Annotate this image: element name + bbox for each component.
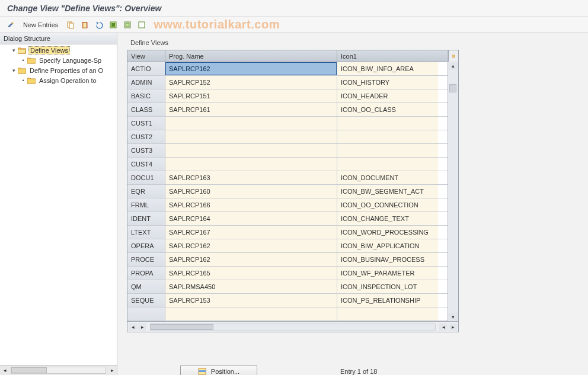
cell-icon1[interactable]: ICON_BIW_INFO_AREA: [337, 62, 438, 75]
cell-icon1[interactable]: ICON_BIW_APPLICATION: [337, 239, 438, 252]
cell-view[interactable]: CUST2: [127, 130, 165, 143]
cell-view[interactable]: CUST1: [127, 117, 165, 130]
scroll-left-icon[interactable]: ◂: [129, 323, 137, 331]
scroll-left-icon[interactable]: ◂: [439, 323, 448, 331]
tree-node-assign-operation[interactable]: • Assign Operation to: [0, 75, 117, 85]
cell-prog[interactable]: SAPLRCP164: [165, 212, 337, 225]
cell-icon1[interactable]: ICON_OO_CONNECTION: [337, 198, 438, 211]
tree-node-specify-language[interactable]: • Specify Language-Sp: [0, 55, 117, 65]
select-block-icon[interactable]: [122, 19, 133, 31]
grid-vscrollbar[interactable]: ▴ ▾: [448, 50, 458, 321]
cell-icon1[interactable]: [337, 117, 438, 130]
table-row[interactable]: CUST3: [127, 144, 448, 158]
cell-view[interactable]: BASIC: [127, 89, 165, 102]
table-row[interactable]: BASICSAPLRCP151ICON_HEADER: [127, 89, 448, 103]
expand-icon[interactable]: ▾: [11, 47, 17, 53]
table-row[interactable]: CUST2: [127, 130, 448, 144]
scroll-thumb[interactable]: [11, 367, 47, 373]
table-row[interactable]: FRMLSAPLRCP166ICON_OO_CONNECTION: [127, 198, 448, 212]
select-all-icon[interactable]: [107, 19, 119, 31]
cell-view[interactable]: [127, 307, 165, 320]
table-row[interactable]: DOCU1SAPLRCP163ICON_DOCUMENT: [127, 171, 448, 185]
table-row[interactable]: CLASSSAPLRCP161ICON_OO_CLASS: [127, 103, 448, 117]
table-row[interactable]: ACTIOSAPLRCP162ICON_BIW_INFO_AREA: [127, 62, 448, 76]
cell-prog[interactable]: SAPLRCP165: [165, 267, 337, 280]
cell-view[interactable]: PROCE: [127, 253, 165, 266]
cell-icon1[interactable]: [337, 130, 438, 143]
dialog-structure-tree[interactable]: ▾ Define Views • Specify Language-Sp ▾: [0, 44, 117, 365]
cell-icon1[interactable]: ICON_INSPECTION_LOT: [337, 280, 438, 293]
table-row[interactable]: [127, 307, 448, 321]
table-row[interactable]: IDENTSAPLRCP164ICON_CHANGE_TEXT: [127, 212, 448, 226]
col-header-icon1[interactable]: Icon1: [337, 50, 438, 62]
cell-icon1[interactable]: ICON_OO_CLASS: [337, 103, 438, 116]
table-row[interactable]: OPERASAPLRCP162ICON_BIW_APPLICATION: [127, 239, 448, 253]
tree-node-define-properties[interactable]: ▾ Define Properties of an O: [0, 65, 117, 75]
toggle-display-change-icon[interactable]: [5, 19, 17, 31]
deselect-all-icon[interactable]: [136, 19, 148, 31]
cell-prog[interactable]: SAPLRCP162: [165, 239, 337, 252]
cell-view[interactable]: LTEXT: [127, 226, 165, 239]
tree-node-define-views[interactable]: ▾ Define Views: [0, 45, 117, 55]
cell-prog[interactable]: SAPLRCP166: [165, 198, 337, 211]
cell-prog[interactable]: SAPLRCP162: [165, 253, 337, 266]
col-header-view[interactable]: View: [127, 50, 165, 62]
scroll-right-icon[interactable]: ▸: [138, 323, 146, 331]
new-entries-button[interactable]: New Entries: [19, 19, 62, 31]
scroll-thumb[interactable]: [449, 84, 456, 92]
cell-prog[interactable]: [165, 307, 337, 320]
scroll-right-icon[interactable]: ▸: [108, 367, 116, 374]
scroll-track[interactable]: [150, 323, 436, 331]
cell-prog[interactable]: SAPLRCP163: [165, 171, 337, 184]
table-row[interactable]: SEQUESAPLRCP153ICON_PS_RELATIONSHIP: [127, 294, 448, 307]
cell-view[interactable]: ADMIN: [127, 76, 165, 89]
cell-view[interactable]: CLASS: [127, 103, 165, 116]
col-header-prog[interactable]: Prog. Name: [165, 50, 337, 62]
cell-prog[interactable]: [165, 144, 337, 157]
grid-hscrollbar[interactable]: ◂ ▸ ◂ ▸: [127, 322, 459, 332]
cell-view[interactable]: FRML: [127, 198, 165, 211]
cell-view[interactable]: CUST4: [127, 158, 165, 171]
cell-prog[interactable]: SAPLRMSA450: [165, 280, 337, 293]
cell-view[interactable]: EQR: [127, 185, 165, 198]
cell-prog[interactable]: SAPLRCP160: [165, 185, 337, 198]
cell-view[interactable]: DOCU1: [127, 171, 165, 184]
cell-view[interactable]: PROPA: [127, 267, 165, 280]
expand-icon[interactable]: ▾: [11, 68, 17, 73]
delete-icon[interactable]: [79, 19, 91, 31]
table-row[interactable]: LTEXTSAPLRCP167ICON_WORD_PROCESSING: [127, 226, 448, 239]
grid-body[interactable]: ACTIOSAPLRCP162ICON_BIW_INFO_AREAADMINSA…: [127, 62, 448, 321]
cell-icon1[interactable]: ICON_WORD_PROCESSING: [337, 226, 438, 239]
cell-prog[interactable]: SAPLRCP153: [165, 294, 337, 307]
cell-icon1[interactable]: [337, 144, 438, 157]
undo-icon[interactable]: [93, 19, 105, 31]
scroll-track[interactable]: [11, 367, 106, 374]
cell-prog[interactable]: [165, 117, 337, 130]
scroll-thumb[interactable]: [151, 324, 213, 330]
cell-icon1[interactable]: ICON_HISTORY: [337, 76, 438, 89]
copy-as-icon[interactable]: [65, 19, 76, 31]
cell-prog[interactable]: SAPLRCP162: [165, 62, 337, 75]
table-row[interactable]: PROPASAPLRCP165ICON_WF_PARAMETER: [127, 267, 448, 280]
cell-prog[interactable]: SAPLRCP167: [165, 226, 337, 239]
cell-icon1[interactable]: [337, 307, 438, 320]
cell-view[interactable]: CUST3: [127, 144, 165, 157]
scroll-up-icon[interactable]: ▴: [448, 62, 458, 70]
cell-icon1[interactable]: ICON_DOCUMENT: [337, 171, 438, 184]
cell-prog[interactable]: SAPLRCP152: [165, 76, 337, 89]
scroll-left-icon[interactable]: ◂: [1, 367, 8, 374]
cell-icon1[interactable]: ICON_WF_PARAMETER: [337, 267, 438, 280]
cell-prog[interactable]: [165, 158, 337, 171]
table-row[interactable]: EQRSAPLRCP160ICON_BW_SEGMENT_ACT: [127, 185, 448, 198]
cell-icon1[interactable]: ICON_BUSINAV_PROCESS: [337, 253, 438, 266]
cell-icon1[interactable]: [337, 158, 438, 171]
table-row[interactable]: ADMINSAPLRCP152ICON_HISTORY: [127, 76, 448, 89]
cell-icon1[interactable]: ICON_HEADER: [337, 89, 438, 102]
cell-view[interactable]: OPERA: [127, 239, 165, 252]
configure-columns-icon[interactable]: [448, 50, 459, 62]
cell-prog[interactable]: SAPLRCP151: [165, 89, 337, 102]
cell-view[interactable]: ACTIO: [127, 62, 165, 75]
cell-view[interactable]: IDENT: [127, 212, 165, 225]
table-row[interactable]: QMSAPLRMSA450ICON_INSPECTION_LOT: [127, 280, 448, 294]
table-row[interactable]: PROCESAPLRCP162ICON_BUSINAV_PROCESS: [127, 253, 448, 267]
